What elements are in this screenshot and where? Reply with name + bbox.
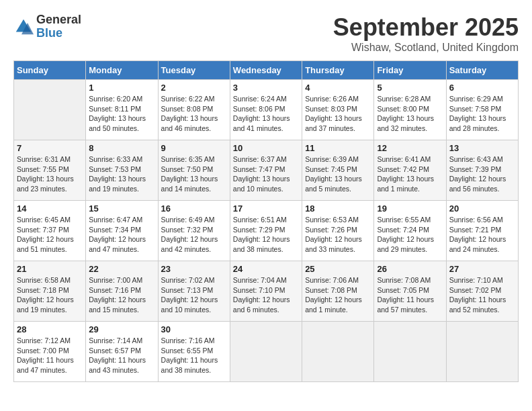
calendar-cell: 11Sunrise: 6:39 AMSunset: 7:45 PMDayligh…	[302, 140, 374, 201]
day-info: Sunrise: 7:02 AMSunset: 7:13 PMDaylight:…	[161, 275, 227, 315]
day-info: Sunrise: 6:41 AMSunset: 7:42 PMDaylight:…	[377, 154, 443, 194]
calendar-cell: 14Sunrise: 6:45 AMSunset: 7:37 PMDayligh…	[14, 201, 86, 261]
calendar-cell: 18Sunrise: 6:53 AMSunset: 7:26 PMDayligh…	[302, 201, 374, 261]
day-number: 21	[17, 264, 83, 274]
day-info: Sunrise: 6:39 AMSunset: 7:45 PMDaylight:…	[305, 154, 371, 194]
calendar-cell	[302, 322, 374, 382]
calendar-cell	[374, 322, 446, 382]
calendar-cell: 3Sunrise: 6:24 AMSunset: 8:06 PMDaylight…	[230, 80, 302, 140]
calendar-cell: 30Sunrise: 7:16 AMSunset: 6:55 PMDayligh…	[158, 322, 230, 382]
day-info: Sunrise: 6:49 AMSunset: 7:32 PMDaylight:…	[161, 215, 227, 255]
day-info: Sunrise: 7:12 AMSunset: 7:00 PMDaylight:…	[17, 336, 83, 375]
calendar-cell: 6Sunrise: 6:29 AMSunset: 7:58 PMDaylight…	[446, 80, 518, 140]
calendar-week-row: 1Sunrise: 6:20 AMSunset: 8:11 PMDaylight…	[14, 80, 519, 140]
day-info: Sunrise: 6:56 AMSunset: 7:21 PMDaylight:…	[449, 215, 515, 255]
weekday-header-sunday: Sunday	[14, 61, 86, 80]
calendar-cell: 23Sunrise: 7:02 AMSunset: 7:13 PMDayligh…	[158, 261, 230, 322]
day-info: Sunrise: 6:24 AMSunset: 8:06 PMDaylight:…	[233, 94, 299, 134]
day-number: 15	[89, 203, 154, 214]
calendar-week-row: 14Sunrise: 6:45 AMSunset: 7:37 PMDayligh…	[14, 201, 519, 261]
day-number: 22	[89, 264, 154, 274]
day-info: Sunrise: 7:04 AMSunset: 7:10 PMDaylight:…	[233, 275, 299, 315]
day-number: 24	[233, 264, 299, 274]
day-number: 18	[305, 203, 371, 214]
day-info: Sunrise: 6:58 AMSunset: 7:18 PMDaylight:…	[17, 275, 83, 315]
day-number: 28	[17, 324, 83, 334]
day-number: 23	[161, 264, 227, 274]
day-info: Sunrise: 6:29 AMSunset: 7:58 PMDaylight:…	[449, 94, 515, 134]
day-number: 20	[449, 203, 515, 214]
calendar-cell	[230, 322, 302, 382]
calendar-cell: 20Sunrise: 6:56 AMSunset: 7:21 PMDayligh…	[446, 201, 518, 261]
day-number: 25	[305, 264, 371, 274]
day-number: 30	[161, 324, 227, 334]
calendar-cell: 27Sunrise: 7:10 AMSunset: 7:02 PMDayligh…	[446, 261, 518, 322]
day-info: Sunrise: 6:37 AMSunset: 7:47 PMDaylight:…	[233, 154, 299, 194]
calendar-cell: 13Sunrise: 6:43 AMSunset: 7:39 PMDayligh…	[446, 140, 518, 201]
day-number: 14	[17, 203, 83, 214]
location-subtitle: Wishaw, Scotland, United Kingdom	[333, 42, 519, 54]
day-number: 1	[89, 83, 154, 93]
day-info: Sunrise: 7:00 AMSunset: 7:16 PMDaylight:…	[89, 275, 154, 315]
calendar-cell: 25Sunrise: 7:06 AMSunset: 7:08 PMDayligh…	[302, 261, 374, 322]
day-number: 7	[17, 143, 83, 153]
calendar-cell: 21Sunrise: 6:58 AMSunset: 7:18 PMDayligh…	[14, 261, 86, 322]
calendar-cell: 12Sunrise: 6:41 AMSunset: 7:42 PMDayligh…	[374, 140, 446, 201]
day-info: Sunrise: 7:14 AMSunset: 6:57 PMDaylight:…	[89, 336, 154, 375]
calendar-cell: 8Sunrise: 6:33 AMSunset: 7:53 PMDaylight…	[86, 140, 158, 201]
logo-blue: Blue	[36, 27, 81, 40]
logo-general: General	[36, 13, 81, 27]
month-title: September 2025	[333, 13, 519, 42]
logo: General Blue	[13, 13, 81, 40]
day-number: 3	[233, 83, 299, 93]
day-info: Sunrise: 7:10 AMSunset: 7:02 PMDaylight:…	[449, 275, 515, 315]
day-number: 6	[449, 83, 515, 93]
calendar-cell: 7Sunrise: 6:31 AMSunset: 7:55 PMDaylight…	[14, 140, 86, 201]
calendar-cell: 2Sunrise: 6:22 AMSunset: 8:08 PMDaylight…	[158, 80, 230, 140]
day-info: Sunrise: 6:22 AMSunset: 8:08 PMDaylight:…	[161, 94, 227, 134]
weekday-header-saturday: Saturday	[446, 61, 518, 80]
day-number: 10	[233, 143, 299, 153]
calendar-cell: 15Sunrise: 6:47 AMSunset: 7:34 PMDayligh…	[86, 201, 158, 261]
logo-text: General Blue	[36, 13, 81, 40]
day-number: 8	[89, 143, 154, 153]
day-number: 11	[305, 143, 371, 153]
weekday-header-friday: Friday	[374, 61, 446, 80]
day-number: 29	[89, 324, 154, 334]
day-number: 26	[377, 264, 443, 274]
day-number: 13	[449, 143, 515, 153]
day-info: Sunrise: 6:47 AMSunset: 7:34 PMDaylight:…	[89, 215, 154, 255]
calendar-cell: 24Sunrise: 7:04 AMSunset: 7:10 PMDayligh…	[230, 261, 302, 322]
calendar-week-row: 21Sunrise: 6:58 AMSunset: 7:18 PMDayligh…	[14, 261, 519, 322]
calendar-table: SundayMondayTuesdayWednesdayThursdayFrid…	[13, 60, 519, 382]
day-number: 12	[377, 143, 443, 153]
calendar-week-row: 28Sunrise: 7:12 AMSunset: 7:00 PMDayligh…	[14, 322, 519, 382]
day-number: 19	[377, 203, 443, 214]
calendar-cell: 26Sunrise: 7:08 AMSunset: 7:05 PMDayligh…	[374, 261, 446, 322]
calendar-cell: 9Sunrise: 6:35 AMSunset: 7:50 PMDaylight…	[158, 140, 230, 201]
title-block: September 2025 Wishaw, Scotland, United …	[333, 13, 519, 54]
calendar-cell: 16Sunrise: 6:49 AMSunset: 7:32 PMDayligh…	[158, 201, 230, 261]
day-info: Sunrise: 6:33 AMSunset: 7:53 PMDaylight:…	[89, 154, 154, 194]
day-info: Sunrise: 6:51 AMSunset: 7:29 PMDaylight:…	[233, 215, 299, 255]
day-info: Sunrise: 6:45 AMSunset: 7:37 PMDaylight:…	[17, 215, 83, 255]
calendar-cell: 4Sunrise: 6:26 AMSunset: 8:03 PMDaylight…	[302, 80, 374, 140]
calendar-week-row: 7Sunrise: 6:31 AMSunset: 7:55 PMDaylight…	[14, 140, 519, 201]
day-info: Sunrise: 6:53 AMSunset: 7:26 PMDaylight:…	[305, 215, 371, 255]
page-header: General Blue September 2025 Wishaw, Scot…	[13, 13, 519, 54]
day-info: Sunrise: 6:31 AMSunset: 7:55 PMDaylight:…	[17, 154, 83, 194]
day-info: Sunrise: 6:43 AMSunset: 7:39 PMDaylight:…	[449, 154, 515, 194]
calendar-cell: 10Sunrise: 6:37 AMSunset: 7:47 PMDayligh…	[230, 140, 302, 201]
calendar-cell: 17Sunrise: 6:51 AMSunset: 7:29 PMDayligh…	[230, 201, 302, 261]
day-info: Sunrise: 6:55 AMSunset: 7:24 PMDaylight:…	[377, 215, 443, 255]
weekday-header-row: SundayMondayTuesdayWednesdayThursdayFrid…	[14, 61, 519, 80]
calendar-cell: 29Sunrise: 7:14 AMSunset: 6:57 PMDayligh…	[86, 322, 158, 382]
calendar-cell: 28Sunrise: 7:12 AMSunset: 7:00 PMDayligh…	[14, 322, 86, 382]
weekday-header-wednesday: Wednesday	[230, 61, 302, 80]
day-info: Sunrise: 7:08 AMSunset: 7:05 PMDaylight:…	[377, 275, 443, 315]
day-number: 16	[161, 203, 227, 214]
logo-icon	[13, 17, 34, 37]
day-info: Sunrise: 6:20 AMSunset: 8:11 PMDaylight:…	[89, 94, 154, 134]
weekday-header-tuesday: Tuesday	[158, 61, 230, 80]
day-info: Sunrise: 6:35 AMSunset: 7:50 PMDaylight:…	[161, 154, 227, 194]
